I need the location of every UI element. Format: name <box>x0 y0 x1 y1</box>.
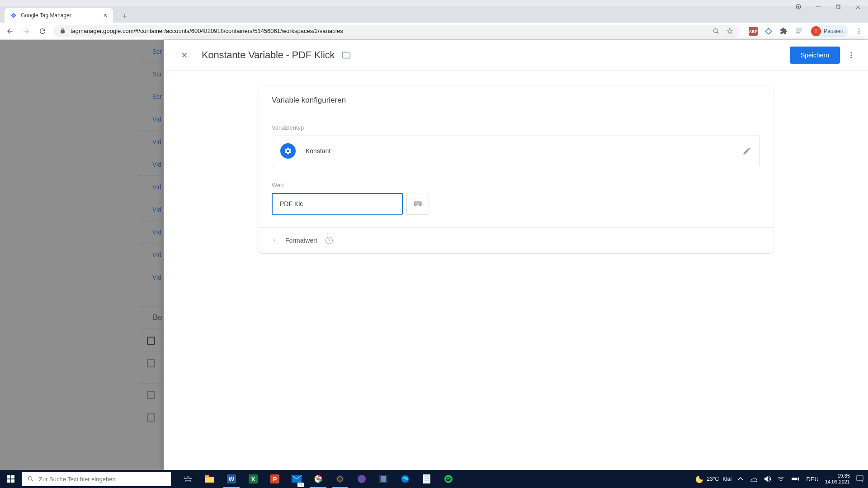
powerpoint-icon[interactable]: P <box>264 470 286 488</box>
language-indicator[interactable]: DEU <box>806 476 818 483</box>
format-value-toggle[interactable]: Formatwert ? <box>258 227 774 253</box>
taskbar-search[interactable]: Zur Suche Text hier eingeben <box>22 472 171 486</box>
svg-point-13 <box>859 28 860 30</box>
edge-icon[interactable] <box>394 470 416 488</box>
svg-point-18 <box>851 56 852 58</box>
svg-rect-30 <box>189 476 192 479</box>
svg-rect-22 <box>418 201 420 205</box>
extensions-puzzle-icon[interactable] <box>779 27 788 36</box>
tag-assistant-extension-icon[interactable] <box>764 27 773 36</box>
chrome-menu-icon[interactable] <box>854 27 863 36</box>
svg-rect-25 <box>7 479 10 483</box>
start-button[interactable] <box>0 470 22 488</box>
card-title: Variable konfigurieren <box>258 86 774 114</box>
svg-rect-29 <box>184 476 187 479</box>
panel-title[interactable]: Konstante Variable - PDF Klick <box>202 49 335 61</box>
minimize-button[interactable] <box>808 0 828 14</box>
reload-button[interactable] <box>37 26 48 37</box>
bookmark-star-icon[interactable] <box>726 28 733 35</box>
svg-rect-49 <box>423 474 430 483</box>
weather-temp: 23°C <box>707 476 719 482</box>
search-icon <box>27 475 34 483</box>
excel-icon[interactable]: X <box>242 470 264 488</box>
word-icon[interactable]: W <box>221 470 242 488</box>
svg-point-16 <box>851 52 852 53</box>
volume-icon[interactable] <box>764 476 771 482</box>
browser-toolbar: tagmanager.google.com/#/container/accoun… <box>0 23 868 40</box>
notepad-icon[interactable] <box>416 470 438 488</box>
battery-icon[interactable] <box>791 477 800 481</box>
wifi-icon[interactable] <box>777 476 784 482</box>
tray-chevron-icon[interactable] <box>738 477 743 481</box>
svg-rect-5 <box>836 5 840 9</box>
abp-extension-icon[interactable]: ABP <box>749 27 758 36</box>
svg-text:W: W <box>229 476 235 483</box>
obs-icon[interactable] <box>329 470 351 488</box>
tab-close-icon[interactable]: ✕ <box>103 12 108 19</box>
app-icon-1[interactable] <box>351 470 373 488</box>
svg-rect-55 <box>798 478 799 480</box>
moon-icon <box>695 475 703 483</box>
svg-point-15 <box>859 33 860 34</box>
svg-rect-23 <box>7 475 10 479</box>
profile-status-label: Pausiert <box>824 28 844 34</box>
address-bar[interactable]: tagmanager.google.com/#/container/accoun… <box>53 25 740 38</box>
panel-body: Variable konfigurieren Variablentyp Kons… <box>164 70 868 268</box>
notification-icon[interactable] <box>856 475 863 483</box>
type-value: Konstant <box>306 147 330 155</box>
new-tab-button[interactable]: + <box>118 10 131 23</box>
wert-label: Wert <box>272 182 760 188</box>
close-window-button[interactable] <box>848 0 868 14</box>
close-panel-button[interactable] <box>176 47 193 63</box>
svg-point-9 <box>714 28 717 32</box>
weather-desc: Klar <box>722 476 732 482</box>
svg-text:X: X <box>251 476 255 483</box>
spotify-icon[interactable] <box>438 470 459 488</box>
chevron-right-icon <box>272 238 277 243</box>
mail-icon[interactable]: 21 <box>286 470 307 488</box>
search-placeholder: Zur Suche Text hier eingeben <box>39 476 116 483</box>
taskbar-clock[interactable]: 19:35 14.09.2021 <box>825 473 850 485</box>
clock-time: 19:35 <box>825 473 850 479</box>
svg-text:P: P <box>273 476 277 483</box>
svg-point-27 <box>28 477 32 480</box>
task-view-icon[interactable] <box>177 470 199 488</box>
maximize-button[interactable] <box>828 0 848 14</box>
gtm-favicon-icon <box>10 12 17 19</box>
url-text: tagmanager.google.com/#/container/accoun… <box>71 28 343 34</box>
svg-rect-31 <box>186 480 190 482</box>
svg-rect-24 <box>11 475 14 479</box>
forward-button[interactable] <box>21 26 32 37</box>
format-label: Formatwert <box>285 237 317 244</box>
browser-tab[interactable]: Google Tag Manager ✕ <box>5 8 113 23</box>
insert-variable-button[interactable] <box>406 193 429 215</box>
svg-rect-57 <box>857 476 863 480</box>
app-icon-2[interactable] <box>373 470 394 488</box>
weather-widget[interactable]: 23°C Klar <box>695 475 732 483</box>
svg-rect-56 <box>792 478 797 480</box>
save-button[interactable]: Speichern <box>790 47 840 64</box>
profile-chip[interactable]: T Pausiert <box>810 25 848 37</box>
panel-more-icon[interactable] <box>847 51 855 59</box>
variable-type-selector[interactable]: Konstant <box>272 136 760 166</box>
svg-text:ABP: ABP <box>749 29 757 34</box>
onedrive-icon[interactable] <box>749 476 757 482</box>
wert-input[interactable] <box>272 193 403 215</box>
file-explorer-icon[interactable] <box>199 470 221 488</box>
folder-icon[interactable] <box>342 51 351 60</box>
svg-line-28 <box>32 480 33 481</box>
mail-badge: 21 <box>297 483 304 487</box>
lock-icon <box>60 28 66 34</box>
help-icon[interactable]: ? <box>326 237 333 244</box>
chrome-icon[interactable] <box>307 470 329 488</box>
svg-point-43 <box>336 475 344 483</box>
account-dot-icon[interactable] <box>788 0 808 14</box>
type-label: Variablentyp <box>272 124 760 131</box>
windows-taskbar: Zur Suche Text hier eingeben W X P 21 23… <box>0 470 868 488</box>
svg-rect-6 <box>837 5 840 8</box>
back-button[interactable] <box>5 26 15 37</box>
reading-list-icon[interactable] <box>795 27 804 36</box>
config-card: Variable konfigurieren Variablentyp Kons… <box>258 86 774 253</box>
search-omnibox-icon[interactable] <box>712 28 720 35</box>
profile-avatar: T <box>811 26 821 36</box>
